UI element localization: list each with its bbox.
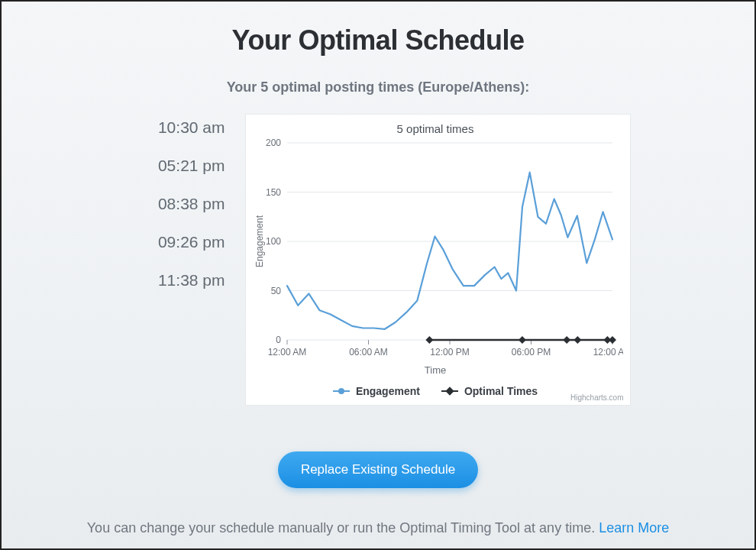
svg-text:0: 0 bbox=[276, 335, 281, 345]
svg-text:200: 200 bbox=[265, 138, 280, 148]
list-item: 10:30 am bbox=[126, 118, 225, 137]
subtitle: Your 5 optimal posting times (Europe/Ath… bbox=[2, 79, 754, 95]
footnote: You can change your schedule manually or… bbox=[2, 520, 754, 536]
legend-item-optimal: Optimal Times bbox=[441, 385, 538, 397]
page-title: Your Optimal Schedule bbox=[2, 24, 754, 57]
learn-more-link[interactable]: Learn More bbox=[599, 520, 669, 535]
page-frame: Your Optimal Schedule Your 5 optimal pos… bbox=[0, 0, 756, 550]
legend-label: Engagement bbox=[356, 385, 420, 397]
svg-marker-27 bbox=[609, 336, 616, 344]
engagement-chart: 05010015020012:00 AM06:00 AM12:00 PM06:0… bbox=[249, 137, 623, 366]
svg-text:06:00 AM: 06:00 AM bbox=[349, 347, 388, 358]
list-item: 11:38 pm bbox=[126, 271, 225, 290]
list-item: 05:21 pm bbox=[126, 157, 225, 175]
replace-schedule-button[interactable]: Replace Existing Schedule bbox=[278, 451, 478, 488]
svg-marker-22 bbox=[425, 336, 433, 344]
chart-credit-link[interactable]: Highcharts.com bbox=[570, 393, 623, 402]
svg-text:Engagement: Engagement bbox=[254, 215, 265, 267]
line-icon bbox=[333, 390, 350, 392]
svg-text:150: 150 bbox=[265, 187, 280, 198]
list-item: 09:26 pm bbox=[126, 233, 225, 251]
svg-marker-23 bbox=[518, 336, 525, 344]
legend-label: Optimal Times bbox=[464, 385, 538, 397]
svg-text:06:00 PM: 06:00 PM bbox=[511, 347, 550, 358]
svg-text:12:00 AM: 12:00 AM bbox=[267, 347, 306, 358]
chart-legend: Engagement Optimal Times bbox=[249, 382, 622, 402]
svg-marker-24 bbox=[563, 336, 570, 344]
svg-text:12:00 AM: 12:00 AM bbox=[593, 347, 622, 358]
optimal-times-list: 10:30 am 05:21 pm 08:38 pm 09:26 pm 11:3… bbox=[126, 114, 225, 309]
cta-wrap: Replace Existing Schedule bbox=[2, 451, 754, 488]
chart-card: 5 optimal times 05010015020012:00 AM06:0… bbox=[245, 114, 631, 406]
svg-text:12:00 PM: 12:00 PM bbox=[430, 347, 469, 358]
svg-marker-25 bbox=[573, 336, 581, 344]
content-row: 10:30 am 05:21 pm 08:38 pm 09:26 pm 11:3… bbox=[2, 114, 754, 406]
chart-title: 5 optimal times bbox=[249, 122, 622, 135]
x-axis-label: Time bbox=[249, 364, 622, 376]
diamond-icon bbox=[441, 390, 458, 392]
legend-item-engagement: Engagement bbox=[333, 385, 420, 397]
list-item: 08:38 pm bbox=[126, 195, 225, 213]
svg-text:100: 100 bbox=[265, 236, 280, 247]
svg-text:50: 50 bbox=[270, 286, 281, 296]
footnote-text: You can change your schedule manually or… bbox=[87, 520, 599, 535]
